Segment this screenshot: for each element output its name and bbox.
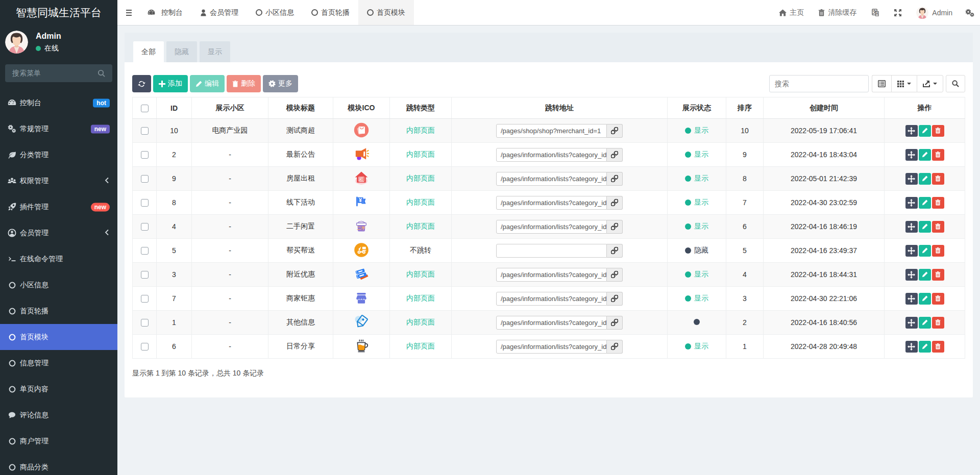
svg-text:二手: 二手 — [357, 226, 366, 231]
svg-text:租: 租 — [358, 176, 364, 182]
svg-text:A: A — [876, 11, 879, 16]
svg-text:¥: ¥ — [359, 197, 362, 203]
